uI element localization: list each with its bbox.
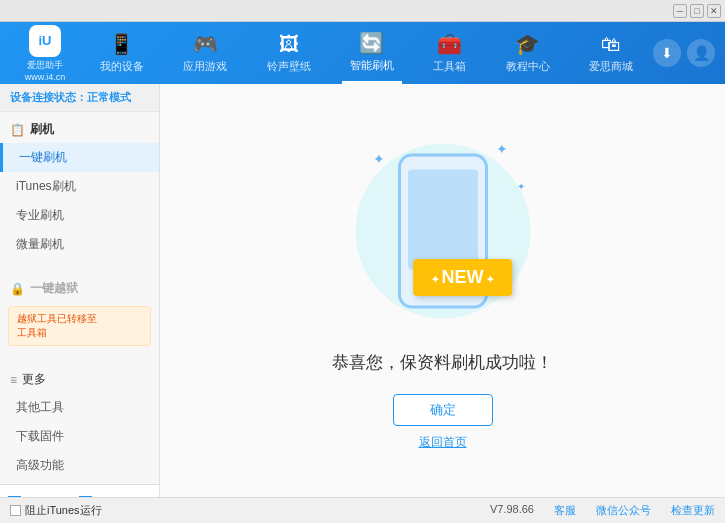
tools-icon: 🧰 xyxy=(437,32,462,56)
sidebar-item-other[interactable]: 其他工具 xyxy=(0,393,159,422)
minimize-button[interactable]: ─ xyxy=(673,4,687,18)
sidebar-item-disk[interactable]: 微量刷机 xyxy=(0,230,159,259)
footer-customer[interactable]: 客服 xyxy=(554,503,576,518)
sparkle-2: ✦ xyxy=(496,141,508,157)
nav-item-apps[interactable]: 🎮 应用游戏 xyxy=(175,22,235,84)
title-bar: ─ □ ✕ xyxy=(0,0,725,22)
footer-right: V7.98.66 客服 微信公众号 检查更新 xyxy=(490,503,715,518)
nav-items: 📱 我的设备 🎮 应用游戏 🖼 铃声壁纸 🔄 智能刷机 🧰 工具箱 🎓 xyxy=(80,22,653,84)
jailbreak-section: 🔒 一键越狱 越狱工具已转移至工具箱 xyxy=(0,271,159,354)
sidebar: 设备连接状态：正常模式 📋 刷机 一键刷机 iTunes刷机 专业刷机 微量刷机… xyxy=(0,84,160,497)
app-logo[interactable]: iU 爱思助手 www.i4.cn xyxy=(10,25,80,82)
jailbreak-notice: 越狱工具已转移至工具箱 xyxy=(8,306,151,346)
flash-header: 📋 刷机 xyxy=(0,116,159,143)
footer-version: V7.98.66 xyxy=(490,503,534,518)
footer-left: 阻止iTunes运行 xyxy=(10,503,490,518)
sidebar-bottom: ✓ 自动恢复 ✓ 跳过向导 📱 iPhone 12 mini 64GB Down… xyxy=(0,484,159,497)
success-illustration: NEW ✦ ✦ ✦ xyxy=(343,131,543,331)
logo-url: www.i4.cn xyxy=(25,72,66,82)
logo-name: 爱思助手 xyxy=(27,59,63,72)
sparkle-3: ✦ xyxy=(517,181,525,192)
stop-itunes-check-icon xyxy=(10,505,21,516)
sidebar-item-advanced[interactable]: 高级功能 xyxy=(0,451,159,480)
tutorial-icon: 🎓 xyxy=(515,32,540,56)
content-area: 设备连接状态：正常模式 📋 刷机 一键刷机 iTunes刷机 专业刷机 微量刷机… xyxy=(0,84,725,497)
nav-item-tutorial[interactable]: 🎓 教程中心 xyxy=(498,22,558,84)
footer-check-update[interactable]: 检查更新 xyxy=(671,503,715,518)
sidebar-item-one-click[interactable]: 一键刷机 xyxy=(0,143,159,172)
sidebar-item-itunes[interactable]: iTunes刷机 xyxy=(0,172,159,201)
more-section: ≡ 更多 其他工具 下载固件 高级功能 xyxy=(0,362,159,484)
nav-item-smart[interactable]: 🔄 智能刷机 xyxy=(342,22,402,84)
user-button[interactable]: 👤 xyxy=(687,39,715,67)
main-panel: NEW ✦ ✦ ✦ 恭喜您，保资料刷机成功啦！ 确定 返回首页 xyxy=(160,84,725,497)
confirm-button[interactable]: 确定 xyxy=(393,394,493,426)
nav-item-tools[interactable]: 🧰 工具箱 xyxy=(425,22,474,84)
new-badge: NEW xyxy=(413,259,513,296)
mall-icon: 🛍 xyxy=(601,33,621,56)
flash-icon: 📋 xyxy=(10,123,25,137)
phone-screen xyxy=(408,169,478,269)
app-window: iU 爱思助手 www.i4.cn 📱 我的设备 🎮 应用游戏 🖼 铃声壁纸 🔄… xyxy=(0,22,725,523)
back-link[interactable]: 返回首页 xyxy=(419,434,467,451)
maximize-button[interactable]: □ xyxy=(690,4,704,18)
smart-icon: 🔄 xyxy=(359,31,384,55)
lock-icon: 🔒 xyxy=(10,282,25,296)
more-icon: ≡ xyxy=(10,373,17,387)
download-button[interactable]: ⬇ xyxy=(653,39,681,67)
nav-right: ⬇ 👤 xyxy=(653,39,715,67)
logo-icon: iU xyxy=(29,25,61,57)
nav-item-wallpaper[interactable]: 🖼 铃声壁纸 xyxy=(259,22,319,84)
sidebar-item-download[interactable]: 下载固件 xyxy=(0,422,159,451)
flash-section: 📋 刷机 一键刷机 iTunes刷机 专业刷机 微量刷机 xyxy=(0,112,159,263)
nav-bar: iU 爱思助手 www.i4.cn 📱 我的设备 🎮 应用游戏 🖼 铃声壁纸 🔄… xyxy=(0,22,725,84)
apps-icon: 🎮 xyxy=(193,32,218,56)
connection-status: 设备连接状态：正常模式 xyxy=(0,84,159,112)
nav-item-mall[interactable]: 🛍 爱思商城 xyxy=(581,22,641,84)
close-button[interactable]: ✕ xyxy=(707,4,721,18)
wallpaper-icon: 🖼 xyxy=(279,33,299,56)
status-footer: 阻止iTunes运行 V7.98.66 客服 微信公众号 检查更新 xyxy=(0,497,725,523)
nav-item-device[interactable]: 📱 我的设备 xyxy=(92,22,152,84)
jailbreak-header: 🔒 一键越狱 xyxy=(0,275,159,302)
footer-wechat[interactable]: 微信公众号 xyxy=(596,503,651,518)
device-icon: 📱 xyxy=(109,32,134,56)
sidebar-item-pro[interactable]: 专业刷机 xyxy=(0,201,159,230)
stop-itunes-checkbox[interactable]: 阻止iTunes运行 xyxy=(10,503,102,518)
sparkle-1: ✦ xyxy=(373,151,385,167)
success-message: 恭喜您，保资料刷机成功啦！ xyxy=(332,351,553,374)
more-header: ≡ 更多 xyxy=(0,366,159,393)
